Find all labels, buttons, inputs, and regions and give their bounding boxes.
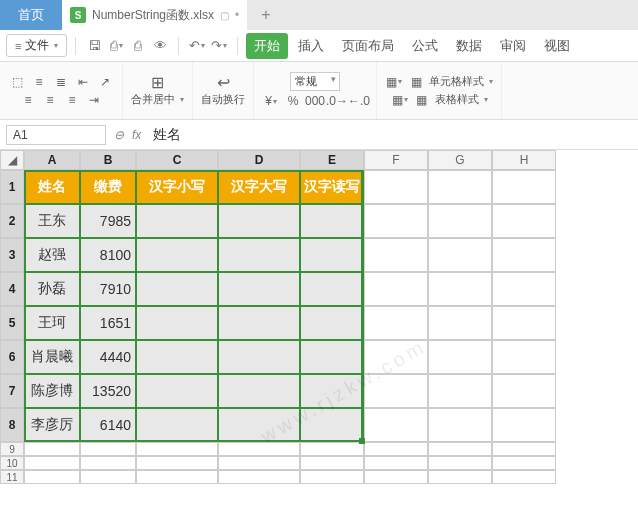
row-header-5[interactable]: 5	[0, 306, 24, 340]
menu-layout[interactable]: 页面布局	[334, 33, 402, 59]
cell-F1[interactable]	[364, 170, 428, 204]
cell-F8[interactable]	[364, 408, 428, 442]
cell-E7[interactable]	[300, 374, 364, 408]
cell-B2[interactable]: 7985	[80, 204, 136, 238]
col-header-F[interactable]: F	[364, 150, 428, 170]
cell-A9[interactable]	[24, 442, 80, 456]
row-header-3[interactable]: 3	[0, 238, 24, 272]
table-format-icon[interactable]: ▦	[407, 74, 425, 90]
cell-D2[interactable]	[218, 204, 300, 238]
redo-icon[interactable]: ↷▾	[209, 36, 229, 56]
align-right-icon[interactable]: ≡	[63, 92, 81, 108]
cell-G1[interactable]	[428, 170, 492, 204]
cell-H8[interactable]	[492, 408, 556, 442]
col-header-G[interactable]: G	[428, 150, 492, 170]
col-header-B[interactable]: B	[80, 150, 136, 170]
menu-data[interactable]: 数据	[448, 33, 490, 59]
cellfmt-label[interactable]: 单元格样式	[429, 74, 484, 89]
cell-E2[interactable]	[300, 204, 364, 238]
table-style-icon[interactable]: ▦	[413, 92, 431, 108]
number-format-combo[interactable]: 常规	[290, 72, 340, 91]
indent-left-icon[interactable]: ⇤	[74, 74, 92, 90]
orientation-icon[interactable]: ↗	[96, 74, 114, 90]
row-header-7[interactable]: 7	[0, 374, 24, 408]
add-tab-button[interactable]: +	[247, 0, 284, 30]
cell-H11[interactable]	[492, 470, 556, 484]
cell-E6[interactable]	[300, 340, 364, 374]
cell-H6[interactable]	[492, 340, 556, 374]
cell-E3[interactable]	[300, 238, 364, 272]
cell-E10[interactable]	[300, 456, 364, 470]
cell-B5[interactable]: 1651	[80, 306, 136, 340]
wrap-label[interactable]: 自动换行	[201, 92, 245, 107]
cell-G3[interactable]	[428, 238, 492, 272]
cell-C5[interactable]	[136, 306, 218, 340]
cell-A7[interactable]: 陈彦博	[24, 374, 80, 408]
cell-D4[interactable]	[218, 272, 300, 306]
cell-B11[interactable]	[80, 470, 136, 484]
cell-D1[interactable]: 汉字大写	[218, 170, 300, 204]
col-header-A[interactable]: A	[24, 150, 80, 170]
cell-C6[interactable]	[136, 340, 218, 374]
cell-D7[interactable]	[218, 374, 300, 408]
menu-start[interactable]: 开始	[246, 33, 288, 59]
cell-G8[interactable]	[428, 408, 492, 442]
cell-G2[interactable]	[428, 204, 492, 238]
cell-F3[interactable]	[364, 238, 428, 272]
percent-icon[interactable]: %	[284, 93, 302, 109]
merge-label[interactable]: 合并居中	[131, 92, 175, 107]
cell-C8[interactable]	[136, 408, 218, 442]
cond-format-icon[interactable]: ▦▾	[385, 74, 403, 90]
menu-formula[interactable]: 公式	[404, 33, 446, 59]
cell-H7[interactable]	[492, 374, 556, 408]
currency-icon[interactable]: ¥▾	[262, 93, 280, 109]
cell-D9[interactable]	[218, 442, 300, 456]
cell-A4[interactable]: 孙磊	[24, 272, 80, 306]
tab-menu-icon[interactable]: •	[235, 8, 239, 22]
cell-A3[interactable]: 赵强	[24, 238, 80, 272]
cell-C3[interactable]	[136, 238, 218, 272]
cell-A8[interactable]: 李彦厉	[24, 408, 80, 442]
cell-B8[interactable]: 6140	[80, 408, 136, 442]
align-bottom-icon[interactable]: ≣	[52, 74, 70, 90]
merge-icon[interactable]: ⊞	[149, 74, 167, 90]
row-header-10[interactable]: 10	[0, 456, 24, 470]
cell-G6[interactable]	[428, 340, 492, 374]
undo-icon[interactable]: ↶▾	[187, 36, 207, 56]
cell-G9[interactable]	[428, 442, 492, 456]
align-middle-icon[interactable]: ≡	[30, 74, 48, 90]
wrap-icon[interactable]: ↩	[214, 74, 232, 90]
cell-F10[interactable]	[364, 456, 428, 470]
output-icon[interactable]: ⎙▾	[106, 36, 126, 56]
cell-D5[interactable]	[218, 306, 300, 340]
cell-F9[interactable]	[364, 442, 428, 456]
cell-H9[interactable]	[492, 442, 556, 456]
cell-B10[interactable]	[80, 456, 136, 470]
cell-G10[interactable]	[428, 456, 492, 470]
cell-H5[interactable]	[492, 306, 556, 340]
preview-icon[interactable]: 👁	[150, 36, 170, 56]
print-icon[interactable]: ⎙	[128, 36, 148, 56]
align-center-icon[interactable]: ≡	[41, 92, 59, 108]
cell-C7[interactable]	[136, 374, 218, 408]
tab-document[interactable]: S NumberString函数.xlsx ▢ •	[62, 0, 247, 30]
row-header-2[interactable]: 2	[0, 204, 24, 238]
cell-C2[interactable]	[136, 204, 218, 238]
cell-A11[interactable]	[24, 470, 80, 484]
cell-H2[interactable]	[492, 204, 556, 238]
cell-B6[interactable]: 4440	[80, 340, 136, 374]
file-menu-button[interactable]: ≡ 文件 ▾	[6, 34, 67, 57]
row-header-6[interactable]: 6	[0, 340, 24, 374]
cell-G7[interactable]	[428, 374, 492, 408]
cell-C10[interactable]	[136, 456, 218, 470]
inc-decimal-icon[interactable]: .0→	[328, 93, 346, 109]
cell-F2[interactable]	[364, 204, 428, 238]
cell-C4[interactable]	[136, 272, 218, 306]
select-all-corner[interactable]: ◢	[0, 150, 24, 170]
cell-F5[interactable]	[364, 306, 428, 340]
cell-A5[interactable]: 王珂	[24, 306, 80, 340]
cell-D3[interactable]	[218, 238, 300, 272]
cell-A6[interactable]: 肖晨曦	[24, 340, 80, 374]
cell-F11[interactable]	[364, 470, 428, 484]
tab-home[interactable]: 首页	[0, 0, 62, 30]
